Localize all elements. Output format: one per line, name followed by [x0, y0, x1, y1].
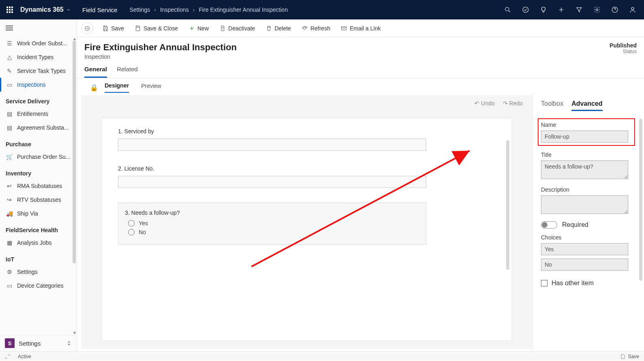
add-icon[interactable]	[553, 2, 569, 18]
search-icon[interactable]	[500, 2, 516, 18]
svg-point-1	[523, 7, 528, 13]
radio-option-yes[interactable]: Yes	[128, 220, 419, 226]
undo-icon: ↶	[474, 100, 479, 107]
scrollbar-thumb[interactable]	[73, 41, 76, 263]
tab-toolbox[interactable]: Toolbox	[541, 100, 563, 111]
question-2[interactable]: 2. License No.	[118, 165, 426, 188]
designer-canvas[interactable]: 1. Serviced by 2. License No. 3. Needs a…	[101, 118, 512, 341]
description-input[interactable]	[541, 195, 628, 214]
breadcrumb-item[interactable]: Inspections	[160, 6, 189, 13]
question-2-input[interactable]	[118, 176, 426, 188]
task-icon[interactable]	[517, 2, 534, 18]
filter-icon[interactable]	[571, 2, 587, 18]
main: Save Save & Close New Deactivate Delete …	[77, 19, 644, 351]
sidebar-item-label: Ship Via	[17, 210, 38, 217]
expand-icon[interactable]	[5, 354, 11, 359]
form-tabs: General Related	[77, 60, 644, 78]
question-1-input[interactable]	[118, 139, 426, 151]
question-label: 1. Serviced by	[118, 128, 426, 135]
button-label: Email a Link	[350, 25, 380, 32]
save-and-close-button[interactable]: Save & Close	[131, 23, 182, 34]
status-bar: Active Save	[0, 351, 644, 361]
choice-input-1[interactable]	[541, 243, 628, 255]
email-a-link-button[interactable]: Email a Link	[337, 23, 384, 34]
topnav-right	[500, 2, 641, 18]
top-navbar: Dynamics 365 Field Service Settings › In…	[0, 0, 644, 19]
nav-group-header: Purchase	[0, 135, 77, 150]
sidebar-item-incident-types[interactable]: △Incident Types	[0, 50, 77, 64]
breadcrumb: Settings › Inspections › Fire Extinguish…	[129, 6, 288, 13]
sidebar-item-entitlements[interactable]: ▤Entitlements	[0, 107, 77, 121]
sidebar-item-ship-via[interactable]: 🚚Ship Via	[0, 207, 77, 220]
designer-wrap: ↶Undo ↷Redo 1. Serviced by 2. License No…	[77, 93, 644, 351]
description-field-group: Description	[541, 186, 640, 216]
description-label: Description	[541, 186, 640, 193]
breadcrumb-item[interactable]: Fire Extinguisher Annual Inspection	[199, 6, 288, 13]
scrollbar-thumb[interactable]	[639, 119, 642, 281]
subtab-designer[interactable]: Designer	[105, 82, 129, 93]
tab-related[interactable]: Related	[117, 66, 138, 78]
radio-option-no[interactable]: No	[128, 229, 419, 235]
scroll-down-icon[interactable]: ▼	[73, 331, 77, 335]
subtab-preview[interactable]: Preview	[141, 83, 161, 92]
title-input[interactable]	[541, 160, 628, 179]
canvas-scrollbar[interactable]	[506, 120, 510, 339]
sidebar-item-work-order-substatuses[interactable]: ☰Work Order Subst...	[0, 36, 77, 50]
app-name[interactable]: Field Service	[82, 6, 118, 13]
sidebar-toggle-button[interactable]	[0, 19, 77, 36]
status-value: Published	[610, 42, 637, 49]
user-icon[interactable]	[625, 2, 641, 18]
sidebar-item-agreement-substatuses[interactable]: ▤Agreement Substa...	[0, 121, 77, 135]
save-button[interactable]: Save	[98, 23, 128, 34]
sidebar-item-inspections[interactable]: ▭Inspections	[0, 78, 77, 92]
clipboard-icon: ▭	[6, 81, 13, 88]
area-name: Settings	[19, 340, 62, 347]
sidebar-item-service-task-types[interactable]: ✎Service Task Types	[0, 64, 77, 78]
status-badge: Published Status	[610, 42, 637, 54]
name-input[interactable]	[541, 130, 628, 143]
tab-advanced[interactable]: Advanced	[571, 100, 602, 111]
redo-button[interactable]: ↷Redo	[503, 100, 523, 107]
question-1[interactable]: 1. Serviced by	[118, 128, 426, 151]
breadcrumb-item[interactable]: Settings	[129, 6, 150, 13]
app-launcher-icon[interactable]	[3, 3, 16, 16]
tab-general[interactable]: General	[84, 66, 107, 78]
lightbulb-icon[interactable]	[535, 2, 552, 18]
area-switcher[interactable]: S Settings	[0, 335, 77, 351]
brand[interactable]: Dynamics 365	[20, 6, 71, 13]
sidebar-item-rma-substatuses[interactable]: ↩RMA Substatuses	[0, 179, 77, 193]
panel-scrollbar[interactable]	[639, 94, 643, 350]
undo-button[interactable]: ↶Undo	[474, 100, 494, 107]
choice-input-2[interactable]	[541, 258, 628, 271]
status-save-button[interactable]: Save	[620, 354, 639, 359]
has-other-row[interactable]: Has other item	[541, 280, 640, 287]
name-label: Name	[541, 122, 632, 128]
sidebar-item-analysis-jobs[interactable]: ▦Analysis Jobs	[0, 236, 77, 250]
sidebar-item-label: Device Categories	[17, 282, 63, 289]
return-icon: ↪	[6, 196, 13, 203]
brand-label: Dynamics 365	[20, 6, 64, 13]
task-icon: ✎	[6, 67, 13, 75]
sidebar-item-iot-settings[interactable]: ⚙Settings	[0, 265, 77, 279]
scroll-up-icon[interactable]: ▲	[73, 36, 77, 41]
radio-icon	[128, 229, 135, 235]
refresh-button[interactable]: Refresh	[297, 23, 334, 34]
delete-button[interactable]: Delete	[262, 23, 295, 34]
sidebar-item-rtv-substatuses[interactable]: ↪RTV Substatuses	[0, 193, 77, 207]
checkbox-icon[interactable]	[541, 280, 547, 286]
area-badge: S	[5, 338, 15, 348]
new-button[interactable]: New	[185, 23, 213, 34]
button-label: Save & Close	[144, 25, 178, 32]
scrollbar-thumb[interactable]	[506, 140, 509, 270]
sidebar-item-purchase-order-substatuses[interactable]: 🛒Purchase Order Su...	[0, 150, 77, 164]
page-title: Fire Extinguisher Annual Inspection	[84, 42, 237, 53]
deactivate-button[interactable]: Deactivate	[215, 23, 259, 34]
question-label: 3. Needs a follow-up?	[125, 209, 419, 216]
question-3[interactable]: 3. Needs a follow-up? Yes No	[118, 203, 426, 245]
go-back-button[interactable]	[81, 22, 93, 34]
sidebar-scrollbar[interactable]: ▲ ▼	[73, 36, 77, 335]
required-toggle[interactable]	[541, 221, 557, 229]
help-icon[interactable]	[607, 2, 623, 18]
sidebar-item-device-categories[interactable]: ▭Device Categories	[0, 279, 77, 293]
gear-icon[interactable]	[589, 2, 605, 18]
